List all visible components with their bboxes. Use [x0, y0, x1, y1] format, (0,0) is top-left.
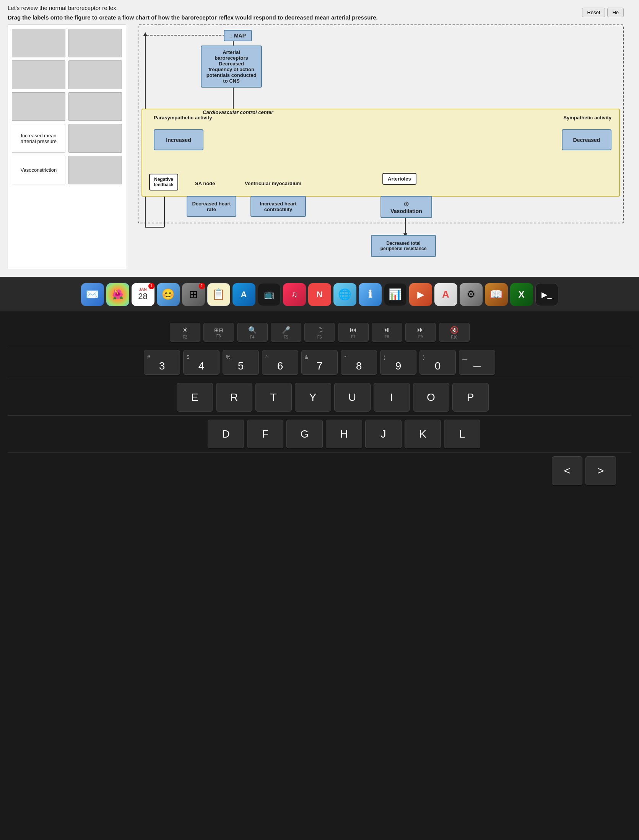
- dock-appstore[interactable]: A: [233, 283, 255, 306]
- key-o[interactable]: O: [413, 383, 449, 412]
- key-h[interactable]: H: [326, 420, 362, 448]
- key-dash[interactable]: — —: [459, 350, 495, 375]
- label-cell-empty-4[interactable]: [68, 60, 122, 89]
- label-cell-empty-5[interactable]: [12, 92, 65, 121]
- key-j[interactable]: J: [365, 420, 402, 448]
- increased-map-label[interactable]: Increased mean arterial pressure: [12, 124, 65, 153]
- key-r[interactable]: R: [216, 383, 252, 412]
- dock-launchpad[interactable]: 1 ⊞: [182, 283, 205, 306]
- dock-stocks[interactable]: 📊: [384, 283, 407, 306]
- key-f7[interactable]: ⏮ F7: [338, 323, 369, 342]
- inc-contract-box[interactable]: Increased heart contractility: [250, 196, 306, 217]
- key6-main: 6: [277, 360, 283, 372]
- dock-notes[interactable]: 📋: [207, 283, 230, 306]
- key-f3[interactable]: ⊞⊟ F3: [203, 323, 234, 342]
- letter-row1: E R T Y U I O P: [8, 383, 631, 412]
- dock-keynote[interactable]: ▶: [409, 283, 432, 306]
- dec-hr-text: Decreased heart rate: [192, 201, 231, 212]
- key-y[interactable]: Y: [295, 383, 331, 412]
- label-cell-empty-6[interactable]: [68, 92, 122, 121]
- books-icon: 📖: [489, 288, 503, 301]
- dock-system-prefs[interactable]: ⚙: [460, 283, 483, 306]
- mail-icon: ✉️: [86, 288, 99, 301]
- vasodilation-box[interactable]: ⊕ Vasodilation: [380, 196, 432, 218]
- dock-finder[interactable]: 😊: [157, 283, 180, 306]
- key-f2[interactable]: ☀ F2: [170, 323, 200, 342]
- label-cell-empty-1[interactable]: [12, 29, 65, 57]
- dock-music[interactable]: ♫: [283, 283, 306, 306]
- key-4[interactable]: $ 4: [183, 350, 220, 375]
- para-increased-text: Increased: [166, 137, 191, 143]
- label-cell-empty-10[interactable]: [68, 156, 122, 184]
- key-i[interactable]: I: [374, 383, 410, 412]
- launchpad-badge: 1: [199, 283, 205, 289]
- arterial-text: Arterial baroreceptors Decreased frequen…: [206, 49, 257, 84]
- key-f8[interactable]: ⏯ F8: [372, 323, 402, 342]
- dock-mail[interactable]: ✉️: [81, 283, 104, 306]
- excel-icon: X: [518, 289, 524, 300]
- help-button[interactable]: He: [607, 8, 624, 17]
- key-e[interactable]: E: [177, 383, 213, 412]
- texteditor-icon: A: [442, 288, 449, 300]
- dec-tpr-box[interactable]: Decreased total peripheral resistance: [371, 235, 436, 257]
- key-gt[interactable]: >: [585, 456, 616, 485]
- key-k[interactable]: K: [405, 420, 441, 448]
- key-f6[interactable]: ☽ F6: [304, 323, 335, 342]
- fn-key-row: ☀ F2 ⊞⊟ F3 🔍 F4 🎤 F5 ☽ F6 ⏮ F7 ⏯ F8 ⏭: [8, 323, 631, 342]
- key-d[interactable]: D: [208, 420, 244, 448]
- key-8[interactable]: * 8: [341, 350, 377, 375]
- key-t[interactable]: T: [255, 383, 292, 412]
- f2-label: F2: [183, 335, 187, 339]
- key-5[interactable]: % 5: [223, 350, 259, 375]
- dock-calendar[interactable]: 1 JAN 28: [132, 283, 154, 306]
- vasodilation-plus: ⊕: [403, 200, 409, 208]
- e-label: E: [191, 391, 198, 404]
- key-u[interactable]: U: [334, 383, 371, 412]
- dock-books[interactable]: 📖: [485, 283, 508, 306]
- label-cell-empty-2[interactable]: [68, 29, 122, 57]
- appletv-icon: 📺: [264, 290, 274, 300]
- key-l[interactable]: L: [444, 420, 480, 448]
- f2-symbol: ☀: [182, 326, 188, 334]
- dock-photos[interactable]: 🌺: [106, 283, 129, 306]
- reset-button[interactable]: Reset: [582, 8, 605, 17]
- key-f[interactable]: F: [247, 420, 283, 448]
- key-g[interactable]: G: [286, 420, 323, 448]
- key-lt[interactable]: <: [552, 456, 582, 485]
- key-3[interactable]: # 3: [144, 350, 180, 375]
- label-cell-empty-8[interactable]: [68, 124, 122, 153]
- key-f10[interactable]: 🔇 F10: [439, 323, 470, 342]
- dock-safari[interactable]: 🌐: [333, 283, 356, 306]
- k-label: K: [419, 428, 426, 440]
- lt-label: <: [564, 465, 570, 477]
- key-6[interactable]: ^ 6: [262, 350, 298, 375]
- key-f9[interactable]: ⏭ F9: [405, 323, 436, 342]
- dock-terminal[interactable]: ▶_: [535, 283, 558, 306]
- key-f4[interactable]: 🔍 F4: [237, 323, 268, 342]
- dock-appletv[interactable]: 📺: [258, 283, 281, 306]
- dec-hr-box[interactable]: Decreased heart rate: [187, 196, 236, 217]
- notes-icon: 📋: [212, 288, 225, 301]
- p-label: P: [467, 391, 474, 404]
- dock-info[interactable]: ℹ: [359, 283, 382, 306]
- symp-decreased-box[interactable]: Decreased: [562, 129, 611, 150]
- map-label: ↓ MAP: [230, 33, 246, 39]
- arrow-row: < >: [8, 456, 631, 485]
- key-7[interactable]: & 7: [301, 350, 338, 375]
- vasoconstriction-label[interactable]: Vasoconstriction: [12, 156, 65, 184]
- appstore-icon: A: [241, 290, 247, 300]
- para-increased-box[interactable]: Increased: [154, 129, 203, 150]
- dock-texteditor[interactable]: A: [434, 283, 457, 306]
- key3-top: #: [144, 353, 180, 360]
- key7-top: &: [302, 353, 337, 360]
- dock-news[interactable]: N: [308, 283, 331, 306]
- key-9[interactable]: ( 9: [380, 350, 416, 375]
- arterioles-text: Arterioles: [388, 176, 411, 182]
- key3-main: 3: [159, 360, 165, 372]
- key-f5[interactable]: 🎤 F5: [271, 323, 301, 342]
- key-0[interactable]: ) 0: [419, 350, 456, 375]
- instruction1: Let's review the normal baroreceptor ref…: [8, 4, 631, 12]
- dock-excel[interactable]: X: [510, 283, 533, 306]
- label-cell-empty-3[interactable]: [12, 60, 65, 89]
- key-p[interactable]: P: [452, 383, 489, 412]
